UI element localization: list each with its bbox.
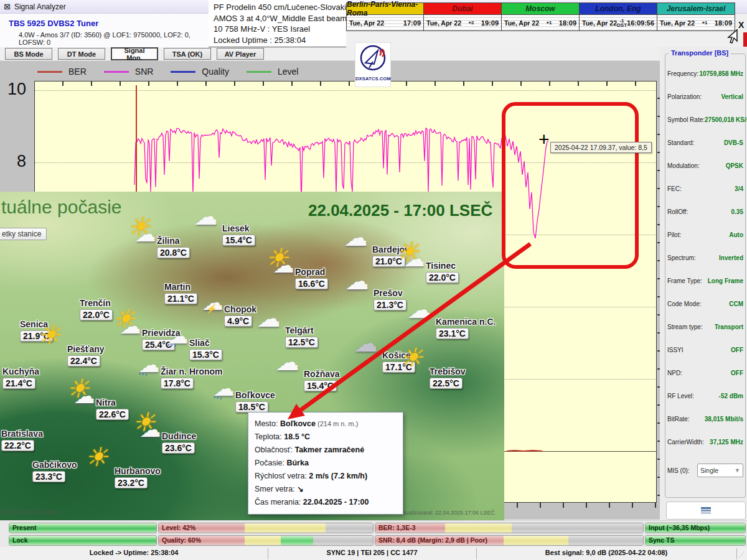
legend-item: Quality: [171, 67, 229, 77]
meter-segment: [245, 536, 281, 545]
tab-tsa-ok-[interactable]: TSA (OK): [164, 48, 211, 60]
mis-select[interactable]: Single ▼: [697, 464, 743, 477]
city-name: Telgárt: [285, 325, 314, 335]
weather-icon-cloud: ☁: [345, 269, 376, 300]
weather-icon-sun-cloud: ☀☁: [67, 378, 98, 409]
city-marker[interactable]: ☁Liesek15.4°C: [222, 223, 255, 246]
city-marker[interactable]: Trenčín22.0°C: [80, 297, 113, 320]
tooltip-value: ↘: [297, 485, 303, 493]
city-name: Boľkovce: [235, 390, 275, 400]
transponder-row-value: Auto: [729, 231, 743, 238]
city-marker[interactable]: ☀☁Žilina20.8°C: [157, 235, 190, 258]
city-marker[interactable]: Martin21.1°C: [164, 281, 197, 304]
city-marker[interactable]: ☁Košice17.1°C: [382, 350, 415, 373]
city-temperature: 18.5°C: [235, 401, 268, 413]
city-marker[interactable]: ☁,,,Sliač15.3°C: [189, 337, 222, 360]
city-marker[interactable]: Gabčíkovo23.3°C: [32, 459, 77, 482]
tooltip-label: Rýchlosť vetra:: [255, 472, 309, 480]
legend-label: Level: [278, 67, 298, 77]
clock-time-row: Tue, Apr 22+118:09: [657, 15, 735, 30]
city-temperature: 21.3°C: [374, 299, 406, 310]
city-temperature: 22.0°C: [80, 309, 113, 320]
city-marker[interactable]: ☁Bardejov21.0°C: [372, 244, 410, 267]
meter-segment: [445, 523, 512, 533]
transponder-row-value: OFF: [731, 347, 743, 353]
ber-event-line: [136, 85, 137, 192]
transponder-row: BitRate:38,015 Mbit/s: [667, 408, 743, 431]
feed-line-3: 10 758 MHz-V : YES Israel: [214, 24, 346, 35]
legend-color-line: [247, 71, 271, 73]
city-marker[interactable]: ☁Kamenica n.C.23.1°C: [436, 316, 496, 339]
city-temperature: 20.8°C: [157, 247, 190, 258]
transponder-row-label: ISSYI: [667, 347, 684, 353]
meter-segment: [512, 523, 643, 533]
clock-time: 19:09: [481, 19, 499, 27]
city-marker[interactable]: ☀Bratislava22.2°C: [1, 428, 43, 451]
tab-signal-mon-[interactable]: Signal Mon.: [111, 47, 158, 60]
city-name: Martin: [164, 282, 190, 292]
meter-segment: [281, 536, 313, 545]
city-marker[interactable]: ☀☁Tisinec22.0°C: [426, 260, 459, 283]
city-marker[interactable]: ☀☁Dudince23.6°C: [162, 431, 196, 454]
app-icon: ⊠: [4, 2, 11, 11]
signal-analyzer-window: ⊠ Signal Analyzer TBS 5925 DVBS2 Tuner 4…: [0, 0, 747, 560]
weather-icon-cloud: ☁: [275, 350, 306, 381]
city-name: Tisinec: [426, 261, 456, 271]
map-title: tuálne počasie: [1, 197, 121, 218]
tab-bs-mode[interactable]: BS Mode: [5, 48, 52, 60]
city-marker[interactable]: ☀☁Poprad16.6°C: [295, 266, 328, 289]
tooltip-label: Teplota:: [255, 432, 284, 441]
transponder-row-value: Transport: [715, 324, 743, 330]
city-marker[interactable]: ☁,,,Boľkovce18.5°C: [235, 390, 275, 413]
tab-av-player[interactable]: AV Player: [217, 48, 264, 60]
meter-quality: Quality: 60%: [158, 535, 374, 546]
city-marker[interactable]: ☀Trebišov22.5°C: [430, 366, 466, 389]
legend-label: Quality: [202, 67, 229, 77]
legend-color-line: [37, 71, 62, 73]
city-name: Kuchyňa: [2, 366, 39, 376]
transponder-row: ISSYIOFF: [667, 338, 743, 362]
city-marker[interactable]: ☀☁Nitra22.6°C: [96, 397, 129, 420]
city-marker[interactable]: ☁Telgárt12.5°C: [285, 325, 318, 348]
panel-action-button[interactable]: [666, 502, 746, 520]
city-name: Kamenica n.C.: [436, 317, 496, 327]
red-edge-marker: [743, 32, 747, 47]
tab-dt-mode[interactable]: DT Mode: [58, 48, 105, 60]
tooltip-value: Búrka: [286, 459, 308, 467]
city-marker[interactable]: ☁,,,Žiar n. Hronom17.8°C: [161, 366, 223, 389]
resize-grip[interactable]: ⋰: [739, 551, 746, 558]
city-name: Dudince: [162, 431, 196, 441]
city-marker[interactable]: Senica21.9°C: [20, 319, 53, 342]
city-marker[interactable]: ☀Piešťany22.4°C: [67, 343, 105, 366]
all-stations-button[interactable]: etky stanice: [0, 228, 47, 240]
weather-tooltip-row: Teplota: 18.5 °C: [255, 431, 397, 444]
city-name: Bratislava: [1, 429, 43, 439]
city-temperature: 22.0°C: [426, 272, 459, 283]
city-marker[interactable]: ☁⚡Chopok4.9°C: [224, 304, 256, 327]
tooltip-value: 2 m/s (7.2 km/h): [309, 472, 367, 480]
city-marker[interactable]: ☀☁Prievidza25.4°C: [142, 327, 180, 350]
city-marker[interactable]: ☀Kuchyňa21.4°C: [2, 366, 39, 389]
city-marker[interactable]: ☀Hurbanovo23.2°C: [115, 465, 161, 488]
city-name: Žiar n. Hronom: [161, 366, 223, 376]
y-axis-label-10: 10: [7, 80, 26, 99]
city-name: Senica: [20, 319, 48, 329]
transponder-row-value: OFF: [731, 370, 743, 376]
weather-map: tuálne počasie etky stanice 22.04.2025 -…: [0, 192, 504, 521]
transponder-row-value: 38,015 Mbit/s: [705, 416, 743, 422]
meter-segment: [9, 536, 156, 545]
clock-date: Tue, Apr 22: [349, 19, 384, 27]
city-marker[interactable]: ☁Prešov21.3°C: [374, 287, 406, 310]
city-temperature: 23.1°C: [436, 328, 469, 339]
clock-time: 18:09: [715, 19, 732, 27]
tooltip-suffix: (214 m n. m.): [316, 420, 358, 427]
city-marker[interactable]: ☁Rožňava15.4°C: [304, 368, 340, 391]
transponder-row: Symbol Rate:27500,018 KS/s: [667, 108, 743, 131]
feed-line-4: Locked Uptime : 25:38:04: [214, 35, 346, 46]
city-temperature: 17.1°C: [382, 362, 415, 373]
city-name: Trebišov: [430, 366, 466, 376]
city-name: Chopok: [224, 304, 256, 314]
clock-time-row: Tue, Apr 22-1DST16:09:56: [580, 15, 657, 30]
status-best-signal: Best signal: 9,0 dB (2025-04-22 04:08): [476, 549, 736, 556]
transponder-row: Stream type:Transport: [667, 315, 743, 338]
